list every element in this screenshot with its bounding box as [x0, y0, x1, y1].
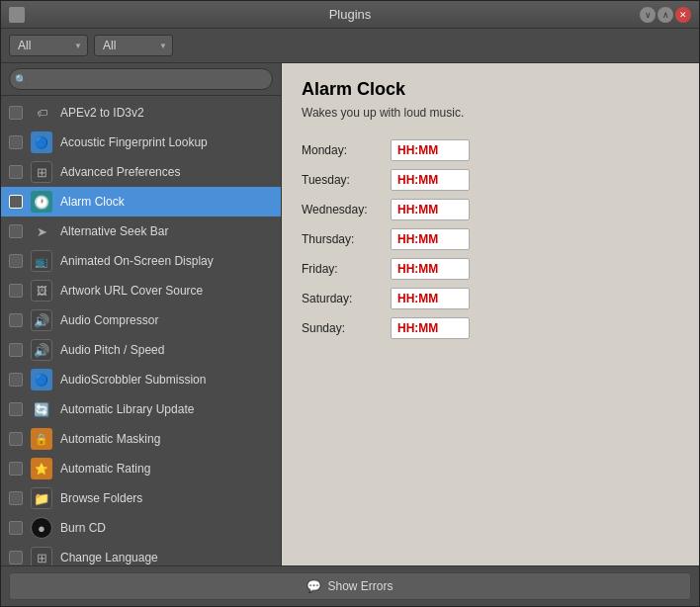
plugin-checkbox[interactable]: [9, 373, 23, 387]
plugin-details: Alarm Clock Wakes you up with loud music…: [282, 63, 699, 565]
time-input-tuesday[interactable]: [391, 169, 470, 191]
content-area: 🏷 APEv2 to ID3v2 🔵 Acoustic Fingerprint …: [1, 63, 699, 565]
plugin-name: Automatic Library Update: [60, 402, 273, 416]
plugin-checkbox[interactable]: [9, 135, 23, 149]
plugin-checkbox[interactable]: [9, 195, 23, 209]
plugin-name: Audio Compressor: [60, 313, 273, 327]
close-button[interactable]: ✕: [675, 7, 691, 23]
plugin-checkbox[interactable]: [9, 106, 23, 120]
plugin-name: Automatic Rating: [60, 462, 273, 476]
plugin-name: Alternative Seek Bar: [60, 224, 273, 238]
time-input-thursday[interactable]: [391, 228, 470, 250]
plugin-name: Browse Folders: [60, 491, 273, 505]
plugin-item-artwork-url[interactable]: 🖼 Artwork URL Cover Source: [1, 276, 281, 305]
day-label-wednesday: Wednesday:: [302, 203, 391, 217]
plugin-list: 🏷 APEv2 to ID3v2 🔵 Acoustic Fingerprint …: [1, 96, 281, 565]
plugin-icon: 📺: [31, 250, 52, 272]
window-title: Plugins: [329, 7, 372, 22]
day-row-thursday: Thursday:: [302, 228, 679, 250]
day-label-saturday: Saturday:: [302, 292, 391, 305]
plugin-item-auto-library[interactable]: 🔄 Automatic Library Update: [1, 394, 281, 424]
plugin-checkbox[interactable]: [9, 254, 23, 268]
day-label-monday: Monday:: [302, 143, 391, 157]
plugin-item-change-language[interactable]: ⊞ Change Language: [1, 543, 281, 565]
plugin-item-burn-cd[interactable]: ● Burn CD: [1, 513, 281, 543]
plugin-icon: ⭐: [31, 458, 52, 479]
time-input-friday[interactable]: [391, 258, 470, 280]
detail-description: Wakes you up with loud music.: [302, 106, 679, 120]
time-input-saturday[interactable]: [391, 288, 470, 309]
plugin-checkbox[interactable]: [9, 521, 23, 535]
plugin-checkbox[interactable]: [9, 551, 23, 564]
plugin-name: AudioScrobbler Submission: [60, 373, 273, 387]
plugin-name: Animated On-Screen Display: [60, 254, 273, 268]
bottom-bar: 💬 Show Errors: [1, 565, 699, 606]
detail-title: Alarm Clock: [302, 79, 679, 100]
plugin-item-apev2[interactable]: 🏷 APEv2 to ID3v2: [1, 98, 281, 128]
plugin-item-acoustic[interactable]: 🔵 Acoustic Fingerprint Lookup: [1, 128, 281, 157]
main-panel: Alarm Clock Wakes you up with loud music…: [282, 63, 699, 565]
filter2-dropdown[interactable]: All: [94, 35, 173, 56]
filter2-wrapper: All: [94, 35, 173, 56]
plugin-name: Advanced Preferences: [60, 165, 273, 179]
titlebar-buttons: ∨ ∧ ✕: [640, 7, 691, 23]
filter1-dropdown[interactable]: All: [9, 35, 88, 56]
plugin-item-alt-seek[interactable]: ➤ Alternative Seek Bar: [1, 217, 281, 246]
plugin-item-audioscrobbler[interactable]: 🔵 AudioScrobbler Submission: [1, 365, 281, 394]
titlebar: Plugins ∨ ∧ ✕: [1, 1, 699, 29]
maximize-button[interactable]: ∧: [657, 7, 673, 23]
plugin-checkbox[interactable]: [9, 402, 23, 416]
plugin-icon: 🔊: [31, 309, 52, 331]
plugin-checkbox[interactable]: [9, 491, 23, 505]
plugin-checkbox[interactable]: [9, 432, 23, 446]
plugin-icon: 📁: [31, 487, 52, 509]
search-box: [1, 63, 281, 96]
plugin-checkbox[interactable]: [9, 313, 23, 327]
plugin-item-auto-rating[interactable]: ⭐ Automatic Rating: [1, 454, 281, 483]
plugin-name: APEv2 to ID3v2: [60, 106, 273, 120]
plugin-name: Burn CD: [60, 521, 273, 535]
time-input-wednesday[interactable]: [391, 199, 470, 220]
plugin-icon: 🔊: [31, 339, 52, 361]
toolbar: All All: [1, 29, 699, 63]
plugin-name: Change Language: [60, 551, 273, 564]
plugin-name: Automatic Masking: [60, 432, 273, 446]
plugin-item-alarm-clock[interactable]: 🕐 Alarm Clock: [1, 187, 281, 217]
plugin-icon: ●: [31, 517, 52, 539]
search-input[interactable]: [9, 68, 273, 90]
plugin-icon: 🔒: [31, 428, 52, 450]
sidebar: 🏷 APEv2 to ID3v2 🔵 Acoustic Fingerprint …: [1, 63, 282, 565]
day-label-friday: Friday:: [302, 262, 391, 276]
search-wrapper: [9, 68, 273, 90]
day-row-tuesday: Tuesday:: [302, 169, 679, 191]
plugin-checkbox[interactable]: [9, 462, 23, 476]
plugin-icon: 🔵: [31, 369, 52, 390]
plugin-item-audio-compressor[interactable]: 🔊 Audio Compressor: [1, 305, 281, 335]
day-label-tuesday: Tuesday:: [302, 173, 391, 187]
plugin-item-auto-masking[interactable]: 🔒 Automatic Masking: [1, 424, 281, 454]
time-input-sunday[interactable]: [391, 317, 470, 339]
plugin-item-audio-pitch[interactable]: 🔊 Audio Pitch / Speed: [1, 335, 281, 365]
plugin-icon: ⊞: [31, 547, 52, 565]
plugin-item-browse-folders[interactable]: 📁 Browse Folders: [1, 483, 281, 513]
plugin-checkbox[interactable]: [9, 284, 23, 298]
plugin-checkbox[interactable]: [9, 224, 23, 238]
filter1-wrapper: All: [9, 35, 88, 56]
plugin-name: Alarm Clock: [60, 195, 273, 209]
plugin-checkbox[interactable]: [9, 165, 23, 179]
show-errors-button[interactable]: 💬 Show Errors: [9, 572, 691, 600]
time-input-monday[interactable]: [391, 139, 470, 161]
main-window: Plugins ∨ ∧ ✕ All All: [0, 0, 700, 607]
plugin-icon: 🔄: [31, 398, 52, 420]
plugin-name: Acoustic Fingerprint Lookup: [60, 135, 273, 149]
plugin-item-animated-osd[interactable]: 📺 Animated On-Screen Display: [1, 246, 281, 276]
day-row-wednesday: Wednesday:: [302, 199, 679, 220]
day-row-monday: Monday:: [302, 139, 679, 161]
show-errors-label: Show Errors: [327, 579, 393, 593]
plugin-checkbox[interactable]: [9, 343, 23, 357]
plugin-icon: 🖼: [31, 280, 52, 302]
plugin-item-advanced-prefs[interactable]: ⊞ Advanced Preferences: [1, 157, 281, 187]
day-row-sunday: Sunday:: [302, 317, 679, 339]
minimize-button[interactable]: ∨: [640, 7, 656, 23]
plugin-icon: 🏷: [31, 102, 52, 124]
